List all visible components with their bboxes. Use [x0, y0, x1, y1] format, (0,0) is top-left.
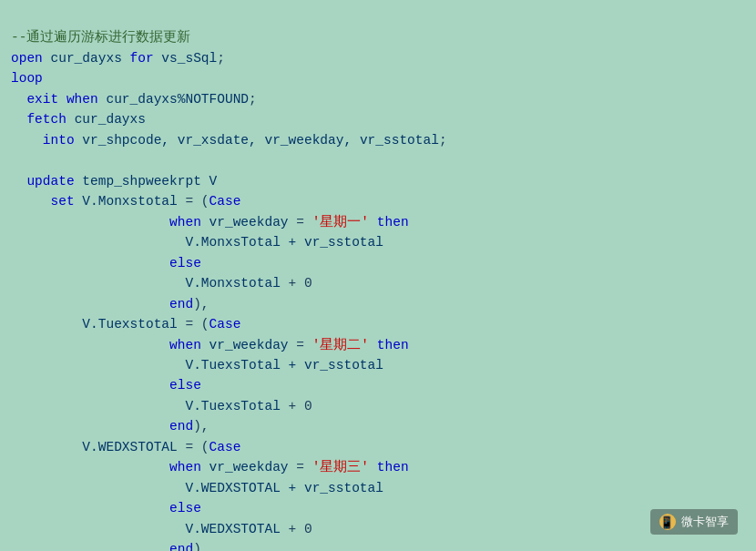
- line-val2: V.TuexsTotal + 0: [11, 399, 312, 413]
- line-end1: end),: [11, 297, 209, 311]
- line-then3: V.WEDXSTOTAL + vr_sstotal: [11, 481, 383, 495]
- code-container: --通过遍历游标进行数据更新 open cur_dayxs for vs_sSq…: [0, 0, 756, 551]
- line-when3: when vr_weekday = '星期三' then: [11, 460, 409, 474]
- line-set: set V.Monxstotal = (Case: [11, 194, 240, 209]
- line-into: into vr_shpcode, vr_xsdate, vr_weekday, …: [11, 133, 447, 148]
- watermark-text: 微卡智享: [681, 513, 729, 531]
- line-exit: exit when cur_dayxs%NOTFOUND;: [11, 92, 257, 107]
- comment-line: --通过遍历游标进行数据更新: [11, 30, 190, 45]
- line-open: open cur_dayxs for vs_sSql;: [11, 51, 225, 66]
- line-fetch: fetch cur_dayxs: [11, 112, 146, 127]
- line-val3: V.WEDXSTOTAL + 0: [11, 522, 312, 536]
- line-update: update temp_shpweekrpt V: [11, 174, 217, 189]
- line-loop: loop: [11, 71, 43, 86]
- line-end3: end),: [11, 542, 209, 551]
- line-val1: V.Monxstotal + 0: [11, 276, 312, 291]
- line-else3: else: [11, 501, 201, 515]
- line-then1: V.MonxsTotal + vr_sstotal: [11, 235, 383, 250]
- line-else2: else: [11, 378, 201, 393]
- line-when2: when vr_weekday = '星期二' then: [11, 338, 409, 352]
- watermark-icon: 📱: [659, 514, 676, 530]
- line-then2: V.TuexsTotal + vr_sstotal: [11, 358, 383, 372]
- line-tue: V.Tuexstotal = (Case: [11, 317, 240, 332]
- line-wed: V.WEDXSTOTAL = (Case: [11, 440, 240, 454]
- line-else1: else: [11, 256, 201, 270]
- watermark: 📱 微卡智享: [650, 509, 738, 535]
- line-when1: when vr_weekday = '星期一' then: [11, 215, 409, 230]
- line-end2: end),: [11, 419, 209, 434]
